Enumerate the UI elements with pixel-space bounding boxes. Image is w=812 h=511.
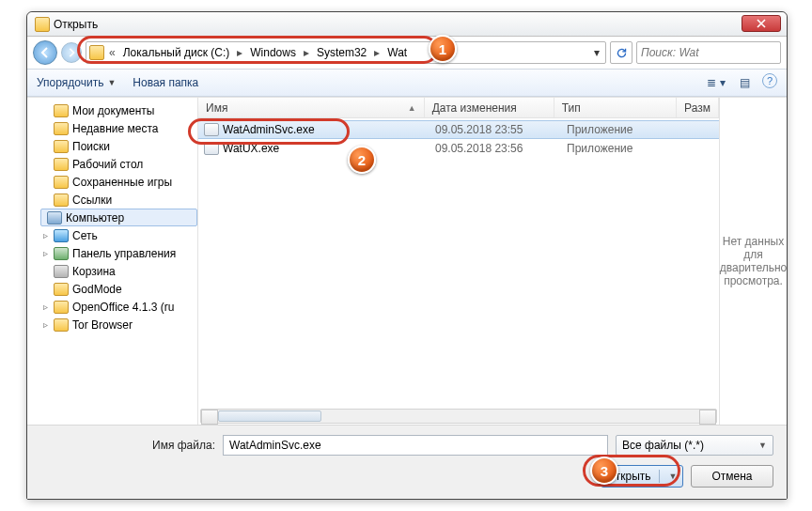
preview-pane: Нет данных для дварительно просмотра.: [719, 98, 787, 425]
table-row[interactable]: WatAdminSvc.exe09.05.2018 23:55Приложени…: [198, 120, 719, 139]
close-icon: [757, 19, 766, 28]
titlebar[interactable]: Открыть: [27, 12, 787, 37]
cpanel-icon: [54, 247, 69, 260]
tree-item[interactable]: Ссылки: [39, 191, 197, 209]
chevron-right-icon: ▸: [234, 46, 245, 59]
organize-label: Упорядочить: [37, 76, 103, 89]
breadcrumb-segment[interactable]: Wat: [384, 46, 410, 59]
col-type[interactable]: Тип: [554, 98, 677, 117]
tree-item[interactable]: ▹Компьютер: [40, 209, 197, 226]
expander-icon[interactable]: ▹: [40, 248, 50, 258]
arrow-left-icon: [39, 47, 51, 58]
cancel-label: Отмена: [711, 470, 752, 483]
chevron-down-icon: ▼: [107, 78, 116, 87]
tree-item[interactable]: ▹Сеть: [39, 226, 197, 244]
file-date: 09.05.2018 23:55: [428, 123, 559, 136]
refresh-button[interactable]: [610, 41, 632, 64]
tree-item[interactable]: Рабочий стол: [39, 155, 197, 173]
tree-item-label: Сеть: [72, 229, 98, 242]
expander-icon[interactable]: ▹: [40, 319, 50, 330]
new-folder-label: Новая папка: [133, 76, 198, 89]
folder-icon: [54, 176, 69, 189]
tree-item[interactable]: GodMode: [39, 280, 197, 298]
col-date[interactable]: Дата изменения: [425, 98, 554, 117]
open-button[interactable]: Открыть ▼: [601, 465, 683, 488]
forward-button[interactable]: [61, 42, 82, 63]
tree-item[interactable]: Сохраненные игры: [39, 173, 197, 191]
tree-item[interactable]: Мои документы: [39, 101, 197, 119]
tree-item-label: Сохраненные игры: [72, 176, 172, 189]
tree-item-label: Панель управления: [72, 247, 176, 260]
breadcrumb[interactable]: « Локальный диск (C:) ▸ Windows ▸ System…: [86, 41, 606, 64]
tree-item-label: Ссылки: [72, 194, 112, 207]
breadcrumb-segment[interactable]: System32: [314, 46, 369, 59]
scrollbar-thumb[interactable]: [218, 410, 321, 422]
preview-pane-button[interactable]: ▤: [734, 73, 755, 92]
tree-item-label: Рабочий стол: [72, 158, 143, 171]
file-rows[interactable]: WatAdminSvc.exe09.05.2018 23:55Приложени…: [198, 118, 719, 408]
filter-label: Все файлы (*.*): [622, 439, 704, 452]
chevron-left-icon: «: [106, 46, 118, 59]
chevron-down-icon[interactable]: ▼: [669, 472, 678, 481]
folder-icon: [35, 17, 50, 32]
bin-icon: [54, 265, 69, 278]
filename-input[interactable]: [223, 435, 608, 456]
arrow-right-icon: [67, 48, 76, 57]
expander-icon[interactable]: ▹: [40, 230, 50, 240]
breadcrumb-segment[interactable]: Локальный диск (C:): [120, 46, 233, 59]
col-size[interactable]: Разм: [677, 98, 719, 117]
open-dialog: Открыть « Локальный диск (C:) ▸ Windows …: [26, 11, 788, 500]
window-title: Открыть: [54, 18, 98, 31]
back-button[interactable]: [33, 40, 57, 65]
tree-item-label: Корзина: [72, 265, 116, 278]
breadcrumb-segment[interactable]: Windows: [247, 46, 299, 59]
tree-item[interactable]: ▹Tor Browser: [39, 316, 197, 333]
table-row[interactable]: WatUX.exe09.05.2018 23:56Приложение: [198, 139, 719, 158]
file-name: WatUX.exe: [223, 142, 279, 155]
column-headers[interactable]: Имя▲ Дата изменения Тип Разм: [198, 98, 719, 118]
tree-item-label: Компьютер: [66, 211, 124, 225]
tree-item[interactable]: Недавние места: [39, 119, 197, 137]
exe-icon: [204, 142, 219, 155]
drive-icon: [47, 211, 62, 225]
file-type: Приложение: [559, 142, 683, 155]
filetype-filter[interactable]: Все файлы (*.*) ▼: [616, 435, 773, 456]
filename-label: Имя файла:: [40, 439, 215, 452]
open-label: Открыть: [606, 470, 650, 483]
folder-icon: [54, 158, 69, 171]
help-button[interactable]: ?: [762, 73, 777, 88]
chevron-down-icon[interactable]: ▾: [591, 46, 602, 59]
folder-icon: [54, 283, 69, 296]
expander-icon[interactable]: ▹: [40, 212, 43, 223]
file-date: 09.05.2018 23:56: [428, 142, 559, 155]
view-options-button[interactable]: ≣ ▾: [706, 73, 726, 92]
expander-icon[interactable]: ▹: [40, 302, 50, 312]
sort-indicator-icon: ▲: [408, 103, 416, 113]
search-input[interactable]: [641, 46, 776, 59]
h-scrollbar[interactable]: [198, 408, 719, 425]
chevron-right-icon: ▸: [301, 46, 312, 59]
folder-icon: [54, 104, 69, 117]
tree-item[interactable]: Поиски: [39, 137, 197, 155]
folder-icon: [54, 301, 69, 314]
tree-item[interactable]: ▹OpenOffice 4.1.3 (ru: [39, 298, 197, 316]
cancel-button[interactable]: Отмена: [691, 465, 773, 488]
tree-item[interactable]: ▹Панель управления: [39, 244, 197, 262]
organize-menu[interactable]: Упорядочить ▼: [37, 76, 116, 89]
nav-tree[interactable]: Мои документыНедавние местаПоискиРабочий…: [27, 98, 198, 425]
close-button[interactable]: [742, 15, 781, 32]
tree-item-label: OpenOffice 4.1.3 (ru: [72, 301, 175, 314]
refresh-icon: [616, 47, 628, 59]
chevron-down-icon: ▼: [758, 441, 767, 450]
tree-item[interactable]: Корзина: [39, 262, 197, 280]
new-folder-button[interactable]: Новая папка: [133, 76, 198, 89]
nav-row: « Локальный диск (C:) ▸ Windows ▸ System…: [27, 37, 787, 69]
file-name: WatAdminSvc.exe: [223, 123, 315, 136]
toolbar: Упорядочить ▼ Новая папка ≣ ▾ ▤ ?: [27, 69, 787, 97]
folder-icon: [54, 318, 69, 332]
tree-item-label: Недавние места: [72, 122, 158, 135]
search-box[interactable]: [636, 41, 781, 64]
folder-icon: [54, 140, 69, 153]
folder-icon: [89, 45, 104, 60]
file-type: Приложение: [559, 123, 683, 136]
